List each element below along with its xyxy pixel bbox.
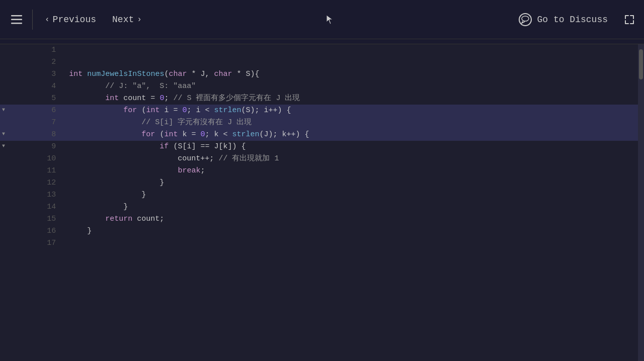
fold-arrow-icon[interactable]: ▼ [2,106,5,114]
line-content: int count = 0; // S 裡面有多少個字元有在 J 出現 [65,93,638,105]
line-content: } [65,225,638,237]
line-content [65,56,638,68]
line-content: } [65,201,638,213]
nav-right: Go to Discuss [510,9,639,31]
table-row: 13 } [0,189,638,201]
line-content: if (S[i] == J[k]) { [65,141,638,153]
table-row: 17 [0,237,638,249]
previous-button[interactable]: ‹ Previous [37,11,104,29]
table-row: 16 } [0,225,638,237]
next-button[interactable]: Next › [104,11,150,29]
line-content: } [65,177,638,189]
table-row: 3 int numJewelsInStones(char * J, char *… [0,68,638,80]
svg-rect-1 [11,19,22,20]
line-number: ▼6 [0,105,65,117]
editor-container: 1 2 3 int numJewelsInStones(char * J, ch… [0,44,644,361]
line-content: int numJewelsInStones(char * J, char * S… [65,68,638,80]
line-number: 1 [0,44,65,56]
line-content: break; [65,165,638,177]
next-label: Next [112,15,134,25]
next-arrow-icon: › [137,15,142,24]
line-number: 13 [0,189,65,201]
scrollbar-thumb[interactable] [639,49,643,79]
line-number: 12 [0,177,65,189]
svg-rect-2 [11,23,22,24]
discuss-icon [518,13,532,27]
nav-divider [32,10,33,30]
tab-bar [0,39,644,44]
discuss-label: Go to Discuss [537,15,608,25]
mouse-cursor-icon [326,14,335,25]
table-row: 15 return count; [0,213,638,225]
scrollbar[interactable] [638,44,644,361]
line-content: } [65,189,638,201]
svg-rect-0 [11,15,22,17]
nav-left: ‹ Previous Next › [5,10,150,30]
table-row: ▼9 if (S[i] == J[k]) { [0,141,638,153]
line-number: 16 [0,225,65,237]
line-number: 17 [0,237,65,249]
line-content: // J: "a", S: "aaa" [65,80,638,93]
line-number: ▼9 [0,141,65,153]
code-table: 1 2 3 int numJewelsInStones(char * J, ch… [0,44,638,249]
table-row: 12 } [0,177,638,189]
line-number: 10 [0,153,65,165]
table-row: 1 [0,44,638,56]
table-row: 2 [0,56,638,68]
discuss-button[interactable]: Go to Discuss [510,9,616,31]
svg-point-4 [522,16,529,21]
fold-arrow-icon[interactable]: ▼ [2,130,5,138]
line-number: 14 [0,201,65,213]
code-area[interactable]: 1 2 3 int numJewelsInStones(char * J, ch… [0,44,638,361]
line-number: 11 [0,165,65,177]
line-number: 5 [0,93,65,105]
previous-arrow-icon: ‹ [45,15,50,24]
line-content: count++; // 有出現就加 1 [65,153,638,165]
line-number: 15 [0,213,65,225]
table-row: 11 break; [0,165,638,177]
line-number: 7 [0,117,65,129]
navbar: ‹ Previous Next › Go to Discuss [0,0,644,39]
line-number: 3 [0,68,65,80]
table-row: 14 } [0,201,638,213]
expand-icon [624,14,635,25]
previous-label: Previous [53,15,96,25]
line-content: for (int k = 0; k < strlen(J); k++) { [65,129,638,141]
fold-arrow-icon[interactable]: ▼ [2,142,5,150]
menu-button[interactable] [5,10,28,29]
line-content: return count; [65,213,638,225]
table-row: 5 int count = 0; // S 裡面有多少個字元有在 J 出現 [0,93,638,105]
expand-button[interactable] [620,10,639,29]
line-content [65,44,638,56]
table-row: 7 // S[i] 字元有沒有在 J 出現 [0,117,638,129]
line-number: 4 [0,80,65,93]
line-content [65,237,638,249]
table-row: 10 count++; // 有出現就加 1 [0,153,638,165]
line-number: ▼8 [0,129,65,141]
line-content: for (int i = 0; i < strlen(S); i++) { [65,105,638,117]
cursor-area [150,14,510,25]
line-content: // S[i] 字元有沒有在 J 出現 [65,117,638,129]
table-row: ▼6 for (int i = 0; i < strlen(S); i++) { [0,105,638,117]
line-number: 2 [0,56,65,68]
table-row: ▼8 for (int k = 0; k < strlen(J); k++) { [0,129,638,141]
table-row: 4 // J: "a", S: "aaa" [0,80,638,93]
